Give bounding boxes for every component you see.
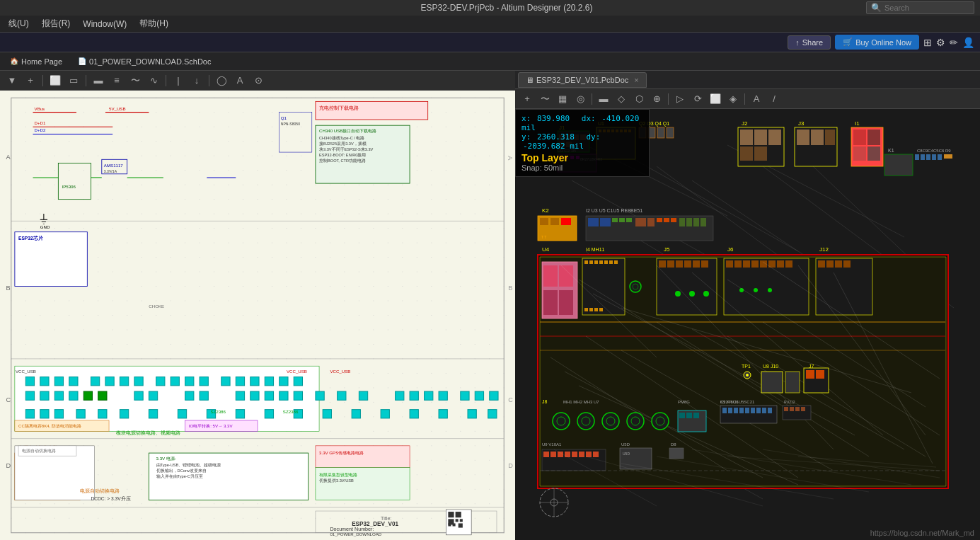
svg-rect-287 <box>726 260 733 268</box>
svg-rect-101 <box>475 391 483 400</box>
svg-rect-233 <box>540 218 548 225</box>
pcb-tool-6[interactable]: ◇ <box>613 92 629 106</box>
pcb-tool-11[interactable]: ⬜ <box>708 92 723 106</box>
settings-icon[interactable]: ⚙ <box>936 37 945 48</box>
svg-rect-72 <box>221 377 230 386</box>
svg-rect-285 <box>701 260 708 268</box>
svg-rect-273 <box>584 308 588 311</box>
power-tool[interactable]: ◯ <box>214 74 229 88</box>
search-input[interactable] <box>884 4 969 12</box>
svg-text:控制BOOT, CTR功能电路: 控制BOOT, CTR功能电路 <box>319 159 366 163</box>
pcb-tool-1[interactable]: + <box>519 92 535 106</box>
rect-tool[interactable]: ⬜ <box>47 74 63 88</box>
user-icon[interactable]: 👤 <box>962 37 974 48</box>
pcb-tool-8[interactable]: ⊕ <box>649 92 664 106</box>
search-icon: 🔍 <box>871 3 882 13</box>
svg-text:GND: GND <box>40 224 50 229</box>
pcb-tool-5[interactable]: ▬ <box>596 92 611 106</box>
search-box[interactable]: 🔍 <box>866 1 974 14</box>
svg-rect-251 <box>693 218 699 226</box>
arrow-tool[interactable]: ↓ <box>189 74 204 88</box>
home-icon[interactable]: ⊞ <box>923 37 932 48</box>
svg-rect-293 <box>777 260 784 268</box>
pcb-tool-7[interactable]: ⬡ <box>631 92 647 106</box>
rect2-tool[interactable]: ▭ <box>66 74 81 88</box>
schematic-canvas[interactable]: A B C D A B C D Title: ESP32_DEV_V01 Doc… <box>0 91 515 540</box>
pcb-tool-10[interactable]: ⟳ <box>690 92 705 106</box>
svg-rect-275 <box>594 308 598 311</box>
buy-online-button[interactable]: 🛒 Buy Online Now <box>835 35 919 50</box>
schematic-tab-icon: 📄 <box>78 57 86 65</box>
svg-rect-354 <box>686 413 692 418</box>
svg-rect-75 <box>265 377 273 386</box>
svg-text:3.3V GPS传感电路电路: 3.3V GPS传感电路电路 <box>319 450 364 455</box>
svg-rect-234 <box>550 218 559 225</box>
svg-rect-230 <box>944 154 952 159</box>
tab-home[interactable]: 🏠 Home Page <box>3 54 69 69</box>
svg-rect-379 <box>558 452 563 457</box>
svg-text:D8: D8 <box>671 442 676 447</box>
svg-rect-299 <box>843 260 851 268</box>
wave2-tool[interactable]: ∿ <box>146 74 161 88</box>
svg-rect-73 <box>236 377 244 386</box>
svg-rect-270 <box>604 260 608 264</box>
pcb-text-tool[interactable]: A <box>749 92 764 106</box>
svg-text:C: C <box>6 396 11 403</box>
pcb-panel: 🖥 ESP32_DEV_V01.PcbDoc × + 〜 ▦ ◎ ▬ ◇ ⬡ ⊕… <box>515 71 980 540</box>
line2-tool[interactable]: ≡ <box>109 74 125 88</box>
svg-rect-69 <box>171 377 179 386</box>
svg-rect-360 <box>734 408 738 413</box>
pcb-tab[interactable]: 🖥 ESP32_DEV_V01.PcbDoc × <box>518 72 647 88</box>
menu-reports[interactable]: 报告(R) <box>36 16 76 31</box>
svg-text:块3.3V不同于ESP32-S来3.3V: 块3.3V不同于ESP32-S来3.3V <box>318 147 374 151</box>
svg-text:B: B <box>6 285 11 292</box>
svg-text:Q1: Q1 <box>281 115 287 120</box>
svg-point-351 <box>656 417 664 425</box>
pcb-toolbar: + 〜 ▦ ◎ ▬ ◇ ⬡ ⊕ ▷ ⟳ ⬜ ◈ A / <box>515 89 980 109</box>
tab-schematic[interactable]: 📄 01_POWER_DOWNLOAD.SchDoc <box>71 54 218 69</box>
vert-tool[interactable]: | <box>171 74 186 88</box>
circle-tool[interactable]: ⊙ <box>250 74 266 88</box>
toolbar-divider-1 <box>42 75 43 86</box>
svg-rect-71 <box>200 377 208 386</box>
svg-rect-296 <box>818 260 825 268</box>
svg-rect-245 <box>647 218 655 226</box>
svg-rect-65 <box>105 377 114 386</box>
line-tool[interactable]: ▬ <box>91 74 106 88</box>
svg-text:ESP32-BOOT: EN/R0接用: ESP32-BOOT: EN/R0接用 <box>319 152 366 157</box>
svg-rect-252 <box>701 218 706 226</box>
svg-rect-83 <box>98 391 107 400</box>
text-tool[interactable]: A <box>232 74 248 88</box>
menu-lines[interactable]: 线(U) <box>3 16 35 31</box>
svg-text:TP1: TP1 <box>742 364 751 369</box>
pcb-divider-3 <box>744 93 745 105</box>
pcb-canvas[interactable]: x: 839.980 dx: -410.020 mil y: 2360.318 … <box>515 109 980 540</box>
svg-text:K1: K1 <box>888 148 894 153</box>
add-tool[interactable]: + <box>23 74 38 88</box>
svg-rect-262 <box>559 265 573 287</box>
pcb-line-tool[interactable]: / <box>766 92 782 106</box>
pcb-tool-12[interactable]: ◈ <box>725 92 741 106</box>
svg-text:RU212: RU212 <box>784 400 795 404</box>
svg-text:U5D: U5D <box>621 442 630 447</box>
share-button[interactable]: ↑ Share <box>788 35 831 50</box>
menu-window[interactable]: Window(W) <box>77 18 132 30</box>
menu-help[interactable]: 帮助(H) <box>134 16 174 31</box>
wave-tool[interactable]: 〜 <box>127 74 143 88</box>
svg-rect-78 <box>25 391 34 400</box>
pcb-tool-4[interactable]: ◎ <box>572 92 588 106</box>
cart-icon: 🛒 <box>843 38 853 47</box>
select-tool[interactable]: ▼ <box>4 74 20 88</box>
pcb-tool-3[interactable]: ▦ <box>555 92 570 106</box>
pcb-tool-2[interactable]: 〜 <box>537 92 553 106</box>
svg-text:D+D1: D+D1 <box>35 120 46 125</box>
pcb-tool-9[interactable]: ▷ <box>672 92 688 106</box>
svg-rect-206 <box>754 130 767 145</box>
svg-rect-225 <box>921 154 925 160</box>
svg-rect-294 <box>785 260 792 268</box>
svg-rect-108 <box>120 410 128 418</box>
svg-rect-26 <box>460 519 463 522</box>
svg-rect-361 <box>739 408 744 413</box>
edit-icon[interactable]: ✏ <box>950 37 958 48</box>
pcb-close-icon[interactable]: × <box>634 76 638 84</box>
